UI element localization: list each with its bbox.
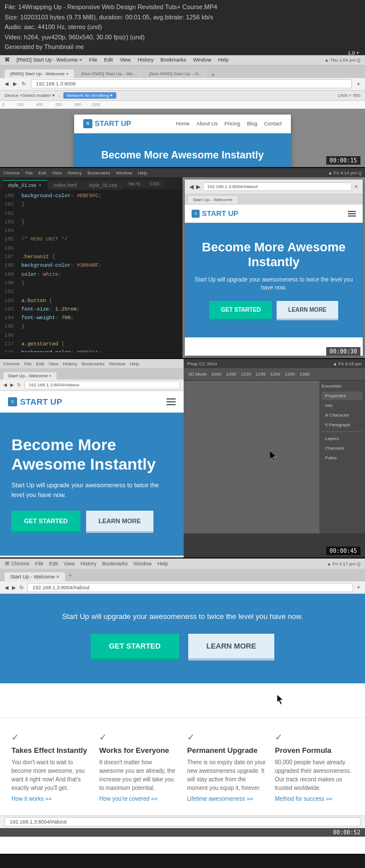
device-selector[interactable]: Device <Select model> ▾ <box>5 93 55 98</box>
code-tab-css3[interactable]: CSS <box>145 180 164 188</box>
ps-properties-panel[interactable]: Properties <box>322 392 363 400</box>
p3-refresh[interactable]: ↻ <box>17 382 21 388</box>
p4-address[interactable]: 192.168.1.3:8004/#about <box>27 583 353 592</box>
p3-menu-history[interactable]: History <box>63 361 77 366</box>
p3-hamburger[interactable] <box>167 398 176 405</box>
menu-window[interactable]: Window <box>193 57 211 63</box>
p4-feature-link-1[interactable]: How it works »» <box>11 796 90 802</box>
p3-back[interactable]: ◀ <box>3 382 7 388</box>
p4-feature-link-2[interactable]: How you're covered »» <box>99 796 178 802</box>
menu-help-dark[interactable]: Help <box>138 170 147 176</box>
p4-feature-link-3[interactable]: Lifetime awesomeness »» <box>187 796 266 802</box>
mobile-tab[interactable]: Start Up - Welcome <box>188 196 237 203</box>
p4-feature-icon-3: ✓ <box>187 732 266 743</box>
ps-layers-panel[interactable]: Layers <box>322 434 363 443</box>
p4-file[interactable]: File <box>35 561 44 567</box>
logo-icon: S <box>83 119 92 128</box>
menu-chrome[interactable]: [RWD] Start Up - Welcome × <box>17 57 82 63</box>
p3-fwd[interactable]: ▶ <box>10 382 14 388</box>
browser-tab-3[interactable]: [Non RWD] Start Up - Vi... <box>144 70 208 78</box>
mobile-address[interactable]: 192.168.1.3:8004/#about <box>203 182 352 191</box>
p3-logo-text: START UP <box>20 397 62 406</box>
p4-fwd[interactable]: ▶ <box>12 585 16 590</box>
p4-feature-2: ✓ Works for Everyone It doesn't matter h… <box>99 732 178 802</box>
p4-edit[interactable]: Edit <box>49 561 58 567</box>
menu-view-dark[interactable]: View <box>52 170 62 176</box>
browser-tab-1[interactable]: [RWD] Start Up - Welcome × <box>5 70 74 78</box>
menu-history[interactable]: History <box>137 57 153 63</box>
ps-paths-panel[interactable]: Paths <box>322 454 363 462</box>
menu-apple[interactable]: ⌘ <box>5 57 10 63</box>
menu-help[interactable]: Help <box>218 57 229 63</box>
browser-tab-2[interactable]: [Non RWD] Start Up - We... <box>75 70 143 78</box>
code-tab-css2[interactable]: style_01.css <box>83 181 123 190</box>
mobile-forward[interactable]: ▶ <box>196 184 201 190</box>
address-bar[interactable]: 192.168.1.3:8006 <box>31 79 352 88</box>
menu-bookmarks-dark[interactable]: Bookmarks <box>87 170 110 176</box>
menu-chrome-dark[interactable]: Chrome <box>3 170 19 176</box>
p4-tab[interactable]: Start Up - Welcome × <box>5 572 65 581</box>
p4-new-tab[interactable]: + <box>66 571 74 580</box>
p4-help[interactable]: Help <box>157 561 168 567</box>
p4-features-grid: ✓ Takes Effect Instantly You don't want … <box>11 732 354 802</box>
menu-history-dark[interactable]: History <box>67 170 82 176</box>
p4-learn-more[interactable]: LEARN MORE <box>188 634 274 661</box>
p3-menu-window[interactable]: Window <box>109 361 125 366</box>
ps-channels-panel[interactable]: Channels <box>322 444 363 453</box>
p3-menu-view[interactable]: View <box>48 361 58 366</box>
ps-info-panel[interactable]: Info <box>322 401 363 410</box>
p4-get-started[interactable]: GET STARTED <box>91 634 179 661</box>
svg-marker-0 <box>270 451 277 462</box>
timestamp-2: 00:00:30 <box>326 347 360 356</box>
forward-button[interactable]: ▶ <box>13 81 17 87</box>
p3-tab[interactable]: Start Up - Welcome × <box>3 372 56 380</box>
mobile-get-started[interactable]: GET STARTED <box>209 301 272 320</box>
p4-chrome[interactable]: ⌘ Chrome <box>5 561 30 567</box>
mobile-learn-more[interactable]: LEARN MORE <box>277 301 338 320</box>
back-button[interactable]: ◀ <box>5 81 9 87</box>
p3-menu-chrome[interactable]: Chrome <box>3 361 19 366</box>
p4-window[interactable]: Window <box>133 561 152 567</box>
p4-feature-link-4[interactable]: Method for success »» <box>275 796 354 802</box>
nav-home[interactable]: Home <box>176 121 189 127</box>
ps-rulers[interactable]: 1000 <box>211 372 221 377</box>
p4-bookmarks[interactable]: Bookmarks <box>102 561 128 567</box>
menu-file-dark[interactable]: File <box>25 170 33 176</box>
ps-paragraph-panel[interactable]: ¶ Paragraph <box>322 421 363 429</box>
p4-feature-title-1: Takes Effect Instantly <box>11 746 90 755</box>
menu-window-dark[interactable]: Window <box>116 170 132 176</box>
menu-edit[interactable]: Edit <box>104 57 113 63</box>
menu-edit-dark[interactable]: Edit <box>38 170 46 176</box>
refresh-button[interactable]: ↻ <box>22 81 26 87</box>
p3-menu-file[interactable]: File <box>24 361 31 366</box>
nav-pricing[interactable]: Pricing <box>224 121 240 127</box>
p3-menu-bookmarks[interactable]: Bookmarks <box>82 361 104 366</box>
mobile-hamburger[interactable] <box>348 211 356 217</box>
network-selector[interactable]: Network No throttling ▾ <box>63 92 116 99</box>
ps-mode-3d[interactable]: 3D Mode <box>188 372 206 377</box>
p4-cursor <box>277 695 285 707</box>
p3-learn-more[interactable]: LEARN MORE <box>86 511 153 533</box>
menu-file[interactable]: File <box>89 57 98 63</box>
p3-menu-help[interactable]: Help <box>130 361 139 366</box>
p4-back[interactable]: ◀ <box>5 585 9 590</box>
ps-character-panel[interactable]: A Character <box>322 411 363 419</box>
nav-contact[interactable]: Contact <box>264 121 282 127</box>
p4-history[interactable]: History <box>80 561 96 567</box>
code-tab-html[interactable]: index.html <box>48 181 83 190</box>
p3-get-started[interactable]: GET STARTED <box>11 511 80 533</box>
ps-ruler-7: 1300 <box>299 372 310 377</box>
p4-refresh[interactable]: ↻ <box>19 585 24 590</box>
mobile-back[interactable]: ◀ <box>189 184 194 190</box>
new-tab-button[interactable]: + <box>211 72 214 78</box>
p4-view[interactable]: View <box>64 561 75 567</box>
p3-menu-edit[interactable]: Edit <box>36 361 44 366</box>
nav-blog[interactable]: Blog <box>247 121 257 127</box>
p3-address[interactable]: 192.168.1.3:8004/#about <box>25 381 180 389</box>
menu-view[interactable]: View <box>120 57 131 63</box>
p4-bottom-address[interactable]: 192.168.1.3:8004/#about <box>5 817 360 826</box>
code-tab-tail[interactable]: Tail % <box>123 180 144 188</box>
menu-bookmarks[interactable]: Bookmarks <box>160 57 186 63</box>
code-tab-css[interactable]: style_01.css × <box>2 180 47 190</box>
nav-about[interactable]: About Us <box>196 121 217 127</box>
